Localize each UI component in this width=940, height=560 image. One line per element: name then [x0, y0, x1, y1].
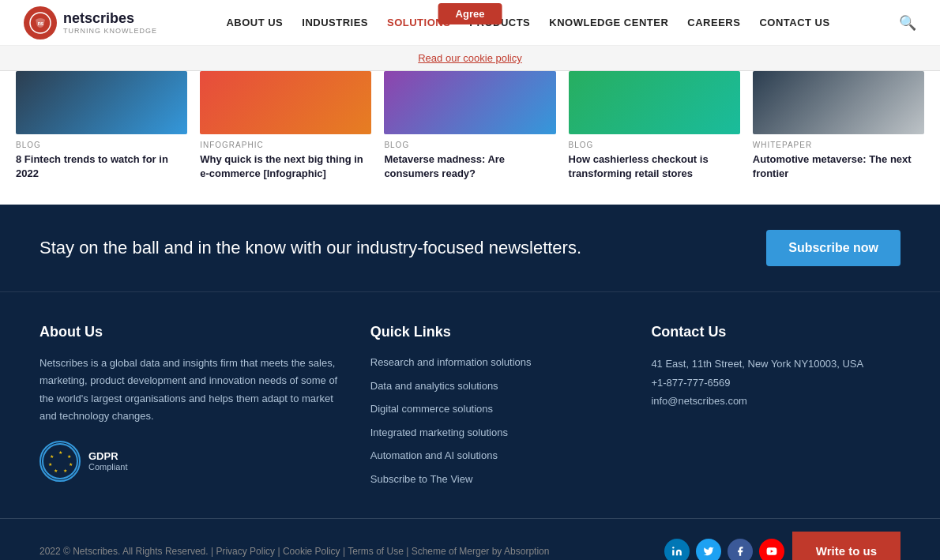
footer-link-4[interactable]: Automation and AI solutions [370, 449, 498, 461]
youtube-icon[interactable] [759, 539, 784, 560]
footer-about-text: Netscribes is a global data and insights… [39, 355, 339, 424]
footer-quick-links-heading: Quick Links [370, 324, 620, 340]
list-item: Subscribe to The View [370, 472, 620, 487]
svg-text:★: ★ [63, 468, 67, 473]
card-3[interactable]: BLOG How cashierless checkout is transfo… [569, 71, 740, 181]
card-title-1: Why quick is the next big thing in e-com… [200, 152, 371, 181]
gdpr-icon: ★ ★ ★ ★ ★ ★ ★ [39, 441, 81, 482]
footer-link-1[interactable]: Data and analytics solutions [370, 380, 498, 392]
cookie-policy-link-footer[interactable]: Cookie Policy [283, 546, 340, 557]
svg-rect-10 [672, 550, 674, 555]
svg-point-2 [43, 444, 77, 479]
footer-link-5[interactable]: Subscribe to The View [370, 473, 473, 485]
cookie-bar: Read our cookie policy [0, 46, 940, 71]
card-type-3: BLOG [569, 141, 740, 149]
gdpr-badge: ★ ★ ★ ★ ★ ★ ★ GDPR Compliant [39, 441, 339, 482]
footer-contact: Contact Us 41 East, 11th Street, New Yor… [651, 324, 901, 494]
footer-main: About Us Netscribes is a global data and… [0, 291, 940, 518]
card-image-3 [569, 71, 740, 134]
footer-grid: About Us Netscribes is a global data and… [39, 324, 901, 494]
privacy-policy-link[interactable]: Privacy Policy [216, 546, 275, 557]
card-title-3: How cashierless checkout is transforming… [569, 152, 740, 181]
card-4[interactable]: WHITEPAPER Automotive metaverse: The nex… [753, 71, 924, 181]
linkedin-icon[interactable] [664, 539, 690, 560]
twitter-icon[interactable] [696, 539, 721, 560]
card-type-4: WHITEPAPER [753, 141, 924, 149]
list-item: Automation and AI solutions [370, 448, 620, 464]
social-icons [664, 539, 784, 560]
footer-right: Write to us [664, 532, 901, 560]
logo-tagline: TURNING KNOWLEDGE [63, 27, 157, 35]
footer-quick-links: Quick Links Research and information sol… [370, 324, 620, 494]
gdpr-sublabel: Compliant [88, 462, 128, 472]
footer-about-heading: About Us [39, 324, 339, 340]
newsletter-section: Stay on the ball and in the know with ou… [0, 205, 940, 291]
search-icon[interactable]: 🔍 [899, 14, 916, 32]
card-type-1: INFOGRAPHIC [200, 141, 371, 149]
footer-contact-heading: Contact Us [651, 324, 901, 340]
logo[interactable]: ns netscribes TURNING KNOWLEDGE [24, 6, 157, 39]
footer-link-3[interactable]: Integrated marketing solutions [370, 427, 508, 438]
footer-link-2[interactable]: Digital commerce solutions [370, 403, 493, 415]
list-item: Research and information solutions [370, 355, 620, 370]
write-to-us-button[interactable]: Write to us [792, 532, 901, 560]
nav-links: ABOUT US INDUSTRIES SOLUTIONS PRODUCTS K… [226, 17, 829, 28]
card-type-2: BLOG [384, 141, 555, 149]
svg-text:★: ★ [69, 462, 73, 467]
contact-phone: +1-877-777-6569 [651, 374, 901, 392]
logo-icon: ns [24, 6, 57, 39]
footer-about: About Us Netscribes is a global data and… [39, 324, 339, 494]
merger-link[interactable]: Scheme of Merger by Absorption [412, 546, 550, 557]
card-2[interactable]: BLOG Metaverse madness: Are consumers re… [384, 71, 555, 181]
terms-of-use-link[interactable]: Terms of Use [348, 546, 404, 557]
svg-text:★: ★ [48, 462, 52, 467]
list-item: Digital commerce solutions [370, 401, 620, 417]
facebook-icon[interactable] [728, 539, 753, 560]
footer-bottom: 2022 © Netscribes. All Rights Reserved. … [0, 518, 940, 560]
cookie-agree-button[interactable]: Agree [438, 3, 502, 24]
cards-grid: BLOG 8 Fintech trends to watch for in 20… [16, 71, 924, 181]
nav-about[interactable]: ABOUT US [226, 17, 283, 28]
card-title-4: Automotive metaverse: The next frontier [753, 152, 924, 181]
list-item: Data and analytics solutions [370, 378, 620, 394]
subscribe-button[interactable]: Subscribe now [766, 230, 901, 266]
contact-email[interactable]: info@netscribes.com [651, 395, 747, 407]
footer-copyright: 2022 © Netscribes. All Rights Reserved. … [39, 546, 549, 557]
gdpr-label: GDPR [88, 450, 128, 462]
contact-info: 41 East, 11th Street, New York NY10003, … [651, 355, 901, 410]
footer-link-0[interactable]: Research and information solutions [370, 356, 532, 368]
nav-knowledge[interactable]: KNOWLEDGE CENTER [549, 17, 668, 28]
cards-section: BLOG 8 Fintech trends to watch for in 20… [0, 71, 940, 205]
svg-point-11 [672, 547, 674, 548]
nav-industries[interactable]: INDUSTRIES [302, 17, 368, 28]
card-title-2: Metaverse madness: Are consumers ready? [384, 152, 555, 181]
navbar: ns netscribes TURNING KNOWLEDGE Agree AB… [0, 0, 940, 46]
card-image-0 [16, 71, 187, 134]
svg-text:★: ★ [50, 454, 54, 459]
list-item: Integrated marketing solutions [370, 425, 620, 441]
card-0[interactable]: BLOG 8 Fintech trends to watch for in 20… [16, 71, 187, 181]
cookie-policy-link[interactable]: Read our cookie policy [418, 52, 522, 64]
nav-careers[interactable]: CAREERS [687, 17, 740, 28]
card-image-2 [384, 71, 555, 134]
card-1[interactable]: INFOGRAPHIC Why quick is the next big th… [200, 71, 371, 181]
footer-links-list: Research and information solutions Data … [370, 355, 620, 487]
card-title-0: 8 Fintech trends to watch for in 2022 [16, 152, 187, 181]
svg-text:★: ★ [67, 454, 71, 459]
contact-address: 41 East, 11th Street, New York NY10003, … [651, 355, 901, 373]
logo-name: netscribes [63, 10, 157, 27]
svg-text:★: ★ [58, 450, 62, 455]
svg-text:ns: ns [37, 21, 43, 26]
newsletter-text: Stay on the ball and in the know with ou… [39, 236, 581, 261]
nav-contact[interactable]: CONTACT US [759, 17, 829, 28]
svg-text:★: ★ [54, 468, 58, 473]
card-type-0: BLOG [16, 141, 187, 149]
card-image-4 [753, 71, 924, 134]
card-image-1 [200, 71, 371, 134]
